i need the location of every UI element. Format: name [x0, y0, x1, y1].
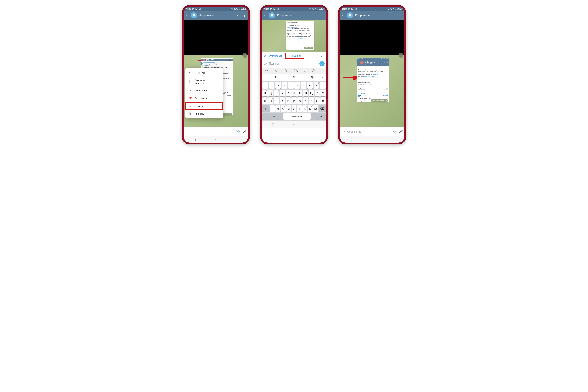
- key-shift[interactable]: ⇧: [262, 105, 270, 112]
- caption-input[interactable]: Подпись: [269, 62, 318, 65]
- gif-icon[interactable]: GIF: [265, 70, 269, 72]
- key-123[interactable]: 123: [262, 113, 271, 120]
- key-1[interactable]: 1ь: [262, 82, 268, 88]
- key-backspace[interactable]: ⌫: [319, 105, 326, 112]
- key-Ы[interactable]: Ы#: [268, 98, 273, 104]
- key-З[interactable]: З{: [315, 90, 320, 96]
- close-icon[interactable]: ✕: [319, 54, 326, 58]
- sugg-1[interactable]: А: [266, 76, 285, 79]
- key-6[interactable]: 6: [294, 82, 300, 88]
- channel-info-bubble[interactable]: MegaFon 4G+ ..ıl⏱ 47% ▭ 19:54 ← Не баг, …: [357, 58, 389, 102]
- key-Г[interactable]: Г: [297, 90, 302, 96]
- saved-avatar[interactable]: [269, 12, 275, 18]
- more-icon[interactable]: ⋯: [320, 69, 323, 72]
- key-9[interactable]: 9(: [314, 82, 319, 88]
- menu-delete[interactable]: 🗑Удалить: [185, 110, 223, 118]
- next-media-icon[interactable]: ›: [399, 53, 403, 58]
- key-Х[interactable]: Х}: [320, 90, 326, 96]
- sticker-icon[interactable]: ☺: [275, 69, 278, 72]
- sugg-2[interactable]: Я: [285, 76, 303, 79]
- saved-avatar[interactable]: [191, 12, 197, 18]
- key-Р[interactable]: Р: [291, 98, 297, 104]
- key-Е[interactable]: Е: [286, 90, 291, 96]
- attach-icon[interactable]: 📎: [236, 130, 241, 134]
- key-Д[interactable]: Д+: [309, 98, 314, 104]
- more-icon[interactable]: ⋮: [320, 14, 325, 17]
- mic-icon[interactable]: 🎤: [398, 130, 403, 134]
- key-8[interactable]: 8;: [307, 82, 313, 88]
- nav-home-icon[interactable]: ○: [293, 123, 295, 126]
- menu-reply[interactable]: ↶Ответить: [185, 69, 223, 76]
- settings-icon[interactable]: ⓘ: [312, 69, 315, 73]
- nav-recent-icon[interactable]: □: [393, 138, 395, 141]
- key-Н[interactable]: Н: [291, 90, 297, 96]
- chat-title[interactable]: Избранное: [355, 14, 390, 17]
- key-0[interactable]: 0): [320, 82, 326, 88]
- nav-home-icon[interactable]: ○: [215, 138, 217, 141]
- key-Ф[interactable]: Ф@: [262, 98, 268, 104]
- key-Я[interactable]: Я: [270, 105, 275, 112]
- nav-recent-icon[interactable]: □: [237, 138, 238, 141]
- more-icon[interactable]: ⋮: [399, 14, 403, 17]
- key-5[interactable]: 5: [288, 82, 294, 88]
- compose-input[interactable]: Сообщение: [347, 130, 391, 133]
- key-4[interactable]: 4: [282, 82, 287, 88]
- key-emoji[interactable]: ☺: [271, 113, 277, 120]
- translate-icon[interactable]: 文A: [293, 69, 298, 73]
- autocorrect-icon[interactable]: ✔︎: [304, 69, 306, 72]
- search-icon[interactable]: ⌕: [236, 14, 240, 17]
- key-7[interactable]: 7:: [301, 82, 307, 88]
- key-П[interactable]: П: [286, 98, 291, 104]
- key-Л[interactable]: Л: [303, 98, 308, 104]
- edit-button[interactable]: 🖌Редактировать: [262, 54, 285, 57]
- key-Т[interactable]: Тъ: [297, 105, 302, 112]
- sugg-3[interactable]: Да: [303, 76, 322, 79]
- sugg-left-icon[interactable]: ‹: [262, 76, 266, 79]
- message-bubble[interactable]: Как им пользоваться: 1. Переходим на сай…: [286, 21, 314, 50]
- more-icon[interactable]: ⋮: [242, 14, 247, 17]
- back-icon[interactable]: ←: [185, 14, 189, 17]
- notif-toggle[interactable]: [384, 88, 388, 90]
- key-space[interactable]: Русский: [283, 113, 311, 120]
- emoji-icon[interactable]: ☺: [263, 62, 267, 66]
- key-Ц[interactable]: Ц/: [268, 90, 273, 96]
- next-media-icon[interactable]: ›: [242, 53, 247, 58]
- chat-title[interactable]: Избранное: [199, 14, 234, 17]
- key-М[interactable]: М: [286, 105, 291, 112]
- key-enter[interactable]: ↵: [317, 113, 326, 120]
- key-Ж[interactable]: Ж=: [315, 98, 320, 104]
- key-2[interactable]: 2ъ: [269, 82, 275, 88]
- nav-back-icon[interactable]: ◁: [350, 138, 352, 141]
- key-В[interactable]: В: [274, 98, 279, 104]
- key-С[interactable]: С$: [281, 105, 286, 112]
- nav-back-icon[interactable]: ◁: [193, 138, 196, 141]
- saved-avatar[interactable]: [347, 12, 353, 18]
- key-3[interactable]: 3: [275, 82, 281, 88]
- nav-hide-kbd-icon[interactable]: ▽: [272, 123, 274, 126]
- nav-recent-icon[interactable]: □: [315, 123, 316, 126]
- row-admins[interactable]: ✦ Администраторы7: [357, 97, 389, 100]
- key-О[interactable]: О: [297, 98, 302, 104]
- row-subscribers[interactable]: 👥 Подписчики184954: [357, 94, 389, 97]
- menu-edit[interactable]: ✎Изменить: [185, 102, 223, 110]
- sugg-right-icon[interactable]: ›: [322, 76, 326, 79]
- clipboard-icon[interactable]: 📋: [284, 69, 287, 72]
- sticker-icon[interactable]: ☺: [341, 130, 346, 134]
- key-Ш[interactable]: Ш[: [303, 90, 308, 96]
- nav-home-icon[interactable]: ○: [371, 138, 373, 141]
- key-comma[interactable]: ,: [277, 113, 283, 120]
- key-У[interactable]: У~: [274, 90, 279, 96]
- key-Э[interactable]: Э÷: [320, 98, 326, 104]
- key-А[interactable]: А*: [280, 98, 285, 104]
- key-К[interactable]: К|: [280, 90, 285, 96]
- search-icon[interactable]: ⌕: [392, 14, 397, 17]
- key-Ю[interactable]: Ю: [313, 105, 318, 112]
- key-dot[interactable]: .: [311, 113, 317, 120]
- back-icon[interactable]: ←: [263, 14, 267, 17]
- key-И[interactable]: И: [292, 105, 296, 112]
- search-icon[interactable]: ⌕: [314, 14, 318, 17]
- menu-save-gallery[interactable]: ⇩Сохранить в галерею: [185, 76, 223, 86]
- attach-icon[interactable]: 📎: [392, 130, 397, 134]
- chat-title[interactable]: Избранное: [277, 14, 312, 17]
- replace-button[interactable]: ⇄Заменить: [285, 53, 304, 59]
